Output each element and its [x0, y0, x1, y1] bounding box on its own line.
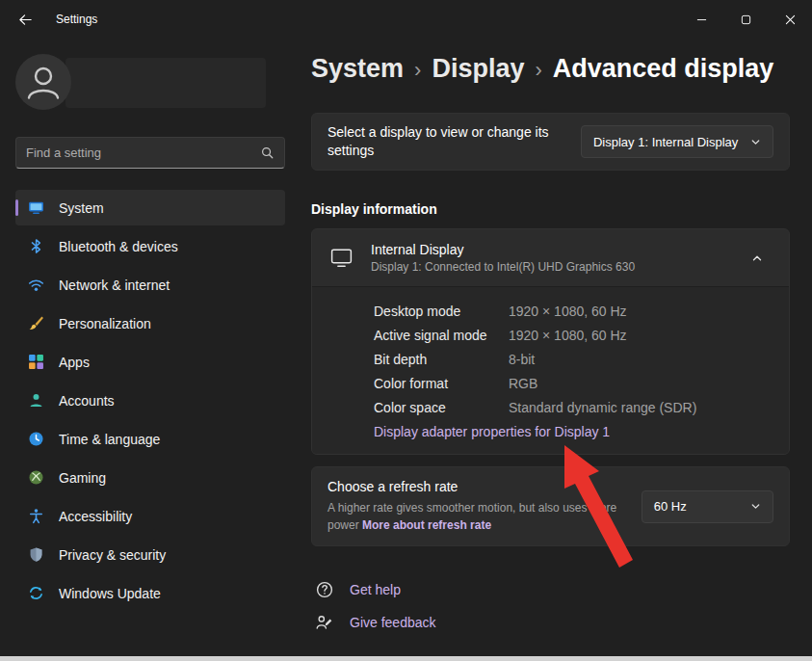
- xbox-icon: [28, 469, 44, 486]
- info-label: Desktop mode: [374, 304, 509, 319]
- accessibility-icon: [28, 508, 44, 524]
- sidebar-item-system[interactable]: System: [15, 190, 285, 225]
- info-row-bit-depth: Bit depth 8-bit: [374, 347, 773, 371]
- sidebar-item-label: Bluetooth & devices: [59, 239, 178, 254]
- info-label: Color space: [374, 400, 509, 415]
- give-feedback-link[interactable]: Give feedback: [350, 615, 436, 630]
- refresh-rate-card: Choose a refresh rate A higher rate give…: [311, 466, 790, 546]
- minimize-button[interactable]: [679, 0, 723, 39]
- display-selector-label: Select a display to view or change its s…: [327, 123, 581, 160]
- display-adapter-properties-link[interactable]: Display adapter properties for Display 1: [374, 424, 610, 439]
- info-label: Active signal mode: [374, 328, 509, 343]
- account-hover-area[interactable]: [65, 58, 266, 108]
- wifi-icon: [28, 277, 44, 293]
- sidebar-item-label: System: [59, 200, 104, 216]
- sidebar-item-label: Accessibility: [59, 509, 132, 524]
- chevron-down-icon: [750, 137, 761, 147]
- sidebar-item-personalization[interactable]: Personalization: [15, 305, 285, 341]
- more-about-refresh-rate-link[interactable]: More about refresh rate: [362, 518, 491, 532]
- screen-bottom-edge: [0, 656, 812, 661]
- info-value: 8-bit: [509, 352, 535, 367]
- sidebar-item-label: Time & language: [59, 432, 160, 447]
- sidebar-item-label: Personalization: [59, 316, 151, 331]
- display-information-heading: Display information: [311, 201, 790, 217]
- sidebar-item-label: Privacy & security: [59, 547, 166, 563]
- settings-window: { "colors": { "accent_link": "#cbb3ea", …: [0, 0, 812, 661]
- info-value: 1920 × 1080, 60 Hz: [509, 328, 627, 343]
- breadcrumb-separator: ›: [414, 55, 421, 83]
- info-row-desktop-mode: Desktop mode 1920 × 1080, 60 Hz: [374, 299, 773, 323]
- sidebar-item-label: Network & internet: [59, 278, 170, 293]
- maximize-button[interactable]: [723, 0, 768, 39]
- display-selector-dropdown[interactable]: Display 1: Internal Display: [581, 125, 773, 158]
- give-feedback-row: Give feedback: [311, 606, 790, 639]
- bluetooth-icon: [28, 238, 44, 254]
- sidebar-item-time-language[interactable]: Time & language: [15, 421, 285, 457]
- sidebar-item-label: Accounts: [59, 393, 115, 409]
- info-label: Color format: [374, 376, 509, 391]
- info-row-color-space: Color space Standard dynamic range (SDR): [374, 395, 773, 419]
- chevron-up-icon: [751, 252, 763, 264]
- maximize-icon: [741, 14, 751, 25]
- sidebar: System Bluetooth & devices Network & int…: [15, 39, 285, 614]
- window-controls: [679, 0, 812, 39]
- display-info-details: Desktop mode 1920 × 1080, 60 Hz Active s…: [312, 286, 789, 454]
- close-icon: [785, 14, 796, 25]
- search-input[interactable]: [26, 145, 260, 160]
- refresh-rate-value: 60 Hz: [654, 499, 687, 514]
- person-icon: [28, 392, 44, 409]
- display-info-header-text: Internal Display Display 1: Connected to…: [371, 242, 635, 274]
- paintbrush-icon: [28, 315, 44, 331]
- sidebar-item-accessibility[interactable]: Accessibility: [15, 498, 285, 534]
- collapse-expander-button[interactable]: [743, 244, 772, 273]
- get-help-link[interactable]: Get help: [350, 582, 401, 597]
- monitor-outline-icon: [329, 246, 354, 270]
- refresh-rate-description: A higher rate gives smoother motion, but…: [327, 499, 642, 534]
- window-title: Settings: [56, 13, 97, 26]
- display-info-subtitle: Display 1: Connected to Intel(R) UHD Gra…: [371, 260, 635, 274]
- sidebar-item-gaming[interactable]: Gaming: [15, 460, 285, 495]
- display-info-expander-header[interactable]: Internal Display Display 1: Connected to…: [312, 229, 789, 286]
- avatar[interactable]: [15, 54, 71, 110]
- display-info-title: Internal Display: [371, 242, 635, 257]
- get-help-row: Get help: [311, 573, 790, 606]
- sidebar-item-apps[interactable]: Apps: [15, 344, 285, 380]
- sidebar-nav: System Bluetooth & devices Network & int…: [15, 190, 285, 611]
- clock-icon: [28, 431, 44, 447]
- breadcrumb-system[interactable]: System: [311, 54, 404, 84]
- sidebar-item-windows-update[interactable]: Windows Update: [15, 575, 285, 611]
- sidebar-item-bluetooth-devices[interactable]: Bluetooth & devices: [15, 228, 285, 264]
- display-information-card: Internal Display Display 1: Connected to…: [311, 228, 790, 455]
- breadcrumb-display[interactable]: Display: [432, 54, 524, 84]
- info-value: 1920 × 1080, 60 Hz: [509, 304, 627, 319]
- account-row: [15, 54, 285, 112]
- sidebar-item-network-internet[interactable]: Network & internet: [15, 267, 285, 303]
- sidebar-item-label: Gaming: [59, 470, 106, 486]
- info-label: Bit depth: [374, 352, 509, 367]
- feedback-icon: [315, 613, 334, 632]
- close-button[interactable]: [768, 0, 812, 39]
- info-row-color-format: Color format RGB: [374, 371, 773, 395]
- search-icon: [260, 145, 275, 160]
- minimize-icon: [696, 14, 707, 25]
- help-icon: [315, 580, 334, 599]
- page-title: Advanced display: [553, 54, 774, 84]
- back-button[interactable]: [6, 3, 44, 36]
- apps-grid-icon: [28, 354, 44, 370]
- refresh-rate-title: Choose a refresh rate: [327, 479, 642, 494]
- refresh-rate-text: Choose a refresh rate A higher rate give…: [327, 479, 642, 534]
- sidebar-item-label: Apps: [59, 355, 90, 370]
- back-arrow-icon: [18, 13, 33, 27]
- breadcrumb-separator: ›: [535, 55, 541, 83]
- chevron-down-icon: [750, 501, 761, 512]
- display-selector-value: Display 1: Internal Display: [593, 135, 738, 149]
- info-value: Standard dynamic range (SDR): [509, 400, 696, 415]
- sidebar-item-privacy-security[interactable]: Privacy & security: [15, 537, 285, 572]
- info-value: RGB: [509, 376, 537, 391]
- footer-links: Get help Give feedback: [311, 573, 790, 639]
- sidebar-item-accounts[interactable]: Accounts: [15, 383, 285, 418]
- refresh-rate-dropdown[interactable]: 60 Hz: [642, 490, 773, 523]
- main-content: System › Display › Advanced display Sele…: [311, 39, 790, 639]
- system-monitor-icon: [28, 199, 44, 216]
- info-row-active-signal-mode: Active signal mode 1920 × 1080, 60 Hz: [374, 323, 773, 347]
